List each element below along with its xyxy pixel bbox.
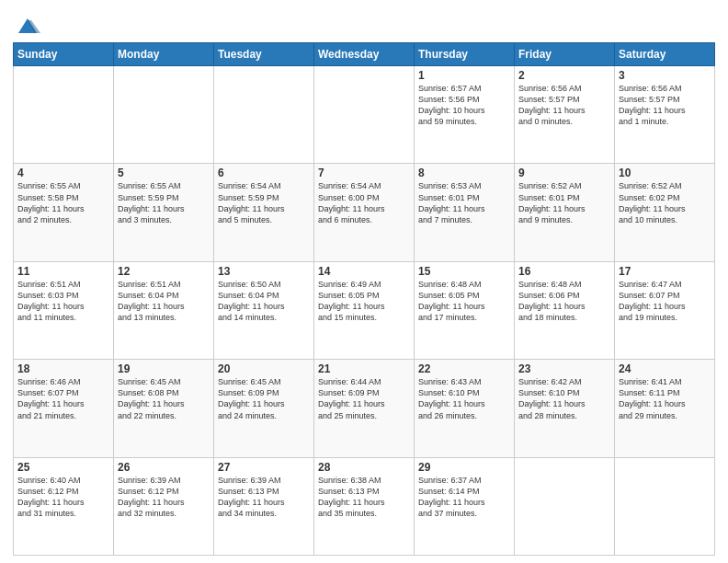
calendar-cell: 28Sunrise: 6:38 AM Sunset: 6:13 PM Dayli…: [314, 457, 415, 555]
day-number: 15: [418, 265, 510, 278]
day-info: Sunrise: 6:39 AM Sunset: 6:13 PM Dayligh…: [218, 475, 310, 520]
day-info: Sunrise: 6:41 AM Sunset: 6:11 PM Dayligh…: [619, 376, 711, 421]
week-row-4: 18Sunrise: 6:46 AM Sunset: 6:07 PM Dayli…: [14, 360, 715, 457]
header-monday: Monday: [114, 43, 214, 66]
day-info: Sunrise: 6:42 AM Sunset: 6:10 PM Dayligh…: [518, 376, 610, 421]
calendar-cell: 20Sunrise: 6:45 AM Sunset: 6:09 PM Dayli…: [214, 360, 314, 457]
week-row-5: 25Sunrise: 6:40 AM Sunset: 6:12 PM Dayli…: [14, 457, 715, 555]
day-number: 24: [619, 362, 711, 375]
calendar-cell: 5Sunrise: 6:55 AM Sunset: 5:59 PM Daylig…: [114, 164, 214, 261]
day-info: Sunrise: 6:47 AM Sunset: 6:07 PM Dayligh…: [619, 279, 711, 324]
calendar-cell: 27Sunrise: 6:39 AM Sunset: 6:13 PM Dayli…: [214, 457, 314, 555]
day-info: Sunrise: 6:55 AM Sunset: 5:58 PM Dayligh…: [17, 180, 109, 225]
calendar-cell: 11Sunrise: 6:51 AM Sunset: 6:03 PM Dayli…: [14, 261, 114, 359]
day-number: 28: [318, 461, 410, 474]
day-info: Sunrise: 6:38 AM Sunset: 6:13 PM Dayligh…: [318, 475, 410, 520]
day-info: Sunrise: 6:52 AM Sunset: 6:02 PM Dayligh…: [619, 180, 711, 225]
day-number: 11: [17, 265, 109, 278]
calendar-cell: 24Sunrise: 6:41 AM Sunset: 6:11 PM Dayli…: [615, 360, 715, 457]
day-info: Sunrise: 6:56 AM Sunset: 5:57 PM Dayligh…: [518, 83, 610, 128]
calendar-cell: 26Sunrise: 6:39 AM Sunset: 6:12 PM Dayli…: [114, 457, 214, 555]
day-info: Sunrise: 6:45 AM Sunset: 6:08 PM Dayligh…: [118, 376, 210, 421]
calendar-cell: 25Sunrise: 6:40 AM Sunset: 6:12 PM Dayli…: [14, 457, 114, 555]
header-friday: Friday: [515, 43, 615, 66]
calendar-cell: 9Sunrise: 6:52 AM Sunset: 6:01 PM Daylig…: [515, 164, 615, 261]
day-info: Sunrise: 6:50 AM Sunset: 6:04 PM Dayligh…: [218, 279, 310, 324]
header-wednesday: Wednesday: [314, 43, 415, 66]
day-info: Sunrise: 6:51 AM Sunset: 6:03 PM Dayligh…: [17, 279, 109, 324]
day-number: 19: [118, 362, 210, 375]
day-info: Sunrise: 6:37 AM Sunset: 6:14 PM Dayligh…: [418, 475, 510, 520]
day-number: 22: [418, 362, 510, 375]
day-info: Sunrise: 6:56 AM Sunset: 5:57 PM Dayligh…: [619, 83, 711, 128]
header-saturday: Saturday: [615, 43, 715, 66]
week-row-1: 1Sunrise: 6:57 AM Sunset: 5:56 PM Daylig…: [14, 66, 715, 164]
calendar-cell: 12Sunrise: 6:51 AM Sunset: 6:04 PM Dayli…: [114, 261, 214, 359]
day-number: 12: [118, 265, 210, 278]
calendar-cell: 13Sunrise: 6:50 AM Sunset: 6:04 PM Dayli…: [214, 261, 314, 359]
logo-icon: [15, 13, 40, 39]
calendar-cell: 2Sunrise: 6:56 AM Sunset: 5:57 PM Daylig…: [515, 66, 615, 164]
day-number: 2: [518, 69, 610, 82]
calendar-cell: 19Sunrise: 6:45 AM Sunset: 6:08 PM Dayli…: [114, 360, 214, 457]
day-number: 9: [518, 167, 610, 179]
calendar-cell: 6Sunrise: 6:54 AM Sunset: 5:59 PM Daylig…: [214, 164, 314, 261]
day-number: 25: [17, 461, 109, 474]
day-number: 23: [518, 362, 610, 375]
calendar-cell: 1Sunrise: 6:57 AM Sunset: 5:56 PM Daylig…: [415, 66, 515, 164]
calendar-cell: 3Sunrise: 6:56 AM Sunset: 5:57 PM Daylig…: [615, 66, 715, 164]
calendar-cell: [314, 66, 415, 164]
calendar-cell: [515, 457, 615, 555]
calendar-cell: 7Sunrise: 6:54 AM Sunset: 6:00 PM Daylig…: [314, 164, 415, 261]
calendar-cell: 23Sunrise: 6:42 AM Sunset: 6:10 PM Dayli…: [515, 360, 615, 457]
calendar-cell: 17Sunrise: 6:47 AM Sunset: 6:07 PM Dayli…: [615, 261, 715, 359]
day-number: 5: [118, 167, 210, 179]
calendar-cell: 18Sunrise: 6:46 AM Sunset: 6:07 PM Dayli…: [14, 360, 114, 457]
day-number: 26: [118, 461, 210, 474]
header-sunday: Sunday: [14, 43, 114, 66]
day-number: 1: [418, 69, 510, 82]
day-number: 14: [318, 265, 410, 278]
day-info: Sunrise: 6:43 AM Sunset: 6:10 PM Dayligh…: [418, 376, 510, 421]
day-info: Sunrise: 6:40 AM Sunset: 6:12 PM Dayligh…: [17, 475, 109, 520]
calendar-cell: 14Sunrise: 6:49 AM Sunset: 6:05 PM Dayli…: [314, 261, 415, 359]
calendar-cell: 16Sunrise: 6:48 AM Sunset: 6:06 PM Dayli…: [515, 261, 615, 359]
day-number: 29: [418, 461, 510, 474]
day-number: 6: [218, 167, 310, 179]
calendar-cell: 22Sunrise: 6:43 AM Sunset: 6:10 PM Dayli…: [415, 360, 515, 457]
day-info: Sunrise: 6:54 AM Sunset: 5:59 PM Dayligh…: [218, 180, 310, 225]
day-info: Sunrise: 6:54 AM Sunset: 6:00 PM Dayligh…: [318, 180, 410, 225]
calendar-cell: 4Sunrise: 6:55 AM Sunset: 5:58 PM Daylig…: [14, 164, 114, 261]
day-number: 8: [418, 167, 510, 179]
logo: [13, 13, 40, 39]
header-thursday: Thursday: [415, 43, 515, 66]
day-number: 3: [619, 69, 711, 82]
day-info: Sunrise: 6:44 AM Sunset: 6:09 PM Dayligh…: [318, 376, 410, 421]
calendar-cell: 29Sunrise: 6:37 AM Sunset: 6:14 PM Dayli…: [415, 457, 515, 555]
day-number: 13: [218, 265, 310, 278]
day-info: Sunrise: 6:48 AM Sunset: 6:06 PM Dayligh…: [518, 279, 610, 324]
day-info: Sunrise: 6:53 AM Sunset: 6:01 PM Dayligh…: [418, 180, 510, 225]
calendar-table: SundayMondayTuesdayWednesdayThursdayFrid…: [13, 42, 715, 556]
day-info: Sunrise: 6:46 AM Sunset: 6:07 PM Dayligh…: [17, 376, 109, 421]
week-row-2: 4Sunrise: 6:55 AM Sunset: 5:58 PM Daylig…: [14, 164, 715, 261]
day-info: Sunrise: 6:57 AM Sunset: 5:56 PM Dayligh…: [418, 83, 510, 128]
page: SundayMondayTuesdayWednesdayThursdayFrid…: [0, 0, 728, 563]
day-number: 18: [17, 362, 109, 375]
week-row-3: 11Sunrise: 6:51 AM Sunset: 6:03 PM Dayli…: [14, 261, 715, 359]
day-number: 17: [619, 265, 711, 278]
day-info: Sunrise: 6:49 AM Sunset: 6:05 PM Dayligh…: [318, 279, 410, 324]
calendar-cell: [114, 66, 214, 164]
day-number: 21: [318, 362, 410, 375]
calendar-cell: [214, 66, 314, 164]
calendar-cell: 15Sunrise: 6:48 AM Sunset: 6:05 PM Dayli…: [415, 261, 515, 359]
calendar-cell: [615, 457, 715, 555]
header: [13, 9, 715, 39]
day-number: 20: [218, 362, 310, 375]
calendar-cell: 21Sunrise: 6:44 AM Sunset: 6:09 PM Dayli…: [314, 360, 415, 457]
header-tuesday: Tuesday: [214, 43, 314, 66]
day-info: Sunrise: 6:55 AM Sunset: 5:59 PM Dayligh…: [118, 180, 210, 225]
day-info: Sunrise: 6:45 AM Sunset: 6:09 PM Dayligh…: [218, 376, 310, 421]
day-number: 7: [318, 167, 410, 179]
day-number: 4: [17, 167, 109, 179]
